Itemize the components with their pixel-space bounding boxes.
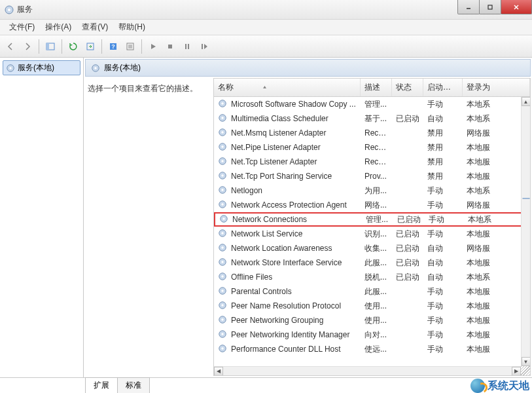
service-startup: 手动 [423,200,463,211]
service-startup: 禁用 [423,171,463,182]
service-startup: 手动 [423,286,463,297]
service-row[interactable]: Multimedia Class Scheduler基于...已启动自动本地系 [214,111,530,126]
service-row[interactable]: Peer Networking Grouping使用...手动本地服 [214,313,530,328]
svg-rect-16 [185,44,186,49]
column-header-startup[interactable]: 启动类型 [423,79,463,96]
column-header-description[interactable]: 描述 [361,79,392,96]
service-name: Network Store Interface Service [231,258,342,267]
window-title: 服务 [17,4,33,15]
service-logon: 本地服 [463,329,530,341]
svg-rect-18 [202,44,203,49]
vertical-scrollbar[interactable]: ▲ ▼ [521,97,530,366]
service-name: Network List Service [231,229,302,238]
service-logon: 本地服 [463,142,530,153]
service-row[interactable]: Network Store Interface Service此服...已启动自… [214,255,530,270]
tab-standard[interactable]: 标准 [117,377,150,393]
back-button[interactable] [3,39,18,54]
service-row[interactable]: Network Connections管理...已启动手动本地系 [214,212,530,227]
svg-rect-7 [46,43,49,50]
service-name: Peer Name Resolution Protocol [231,301,341,310]
menu-help[interactable]: 帮助(H) [113,20,151,35]
svg-point-38 [221,203,224,206]
svg-point-28 [221,131,224,134]
svg-point-40 [222,217,225,220]
service-description: 收集... [361,243,392,254]
service-row[interactable]: Net.Tcp Listener AdapterRece...禁用本地服 [214,155,530,169]
service-description: 网络... [361,200,392,211]
service-description: Rece... [361,128,392,138]
svg-text:?: ? [111,43,115,50]
pane-header: 服务(本地) [85,59,531,77]
minimize-button[interactable] [457,0,480,14]
service-startup: 手动 [425,214,464,225]
service-row[interactable]: Offline Files脱机...已启动自动本地系 [214,270,530,284]
gear-icon [218,315,227,326]
menu-file[interactable]: 文件(F) [4,20,40,35]
stop-service-button[interactable] [162,39,178,54]
service-startup: 手动 [423,301,463,312]
tree-node-label: 服务(本地) [18,62,54,73]
export-list-button[interactable] [82,39,98,54]
scroll-track[interactable] [522,106,530,357]
scroll-left-button[interactable]: ◀ [214,367,223,376]
services-list: 名称 描述 状态 启动类型 登录为 Microsoft Software Sha… [213,78,531,376]
service-row[interactable]: Network List Service识别...已启动手动本地服 [214,227,530,241]
service-row[interactable]: Parental Controls此服...手动本地服 [214,284,530,299]
service-description: 识别... [361,229,392,240]
service-startup: 禁用 [423,142,463,153]
service-row[interactable]: Net.Pipe Listener AdapterRece...禁用本地服 [214,140,530,155]
service-row[interactable]: Net.Tcp Port Sharing ServiceProv...禁用本地服 [214,169,530,183]
svg-point-54 [221,318,224,321]
tab-extended[interactable]: 扩展 [85,377,118,393]
service-status: 已启动 [392,243,423,254]
globe-icon [470,379,485,393]
resize-grip[interactable] [521,366,530,375]
service-logon: 本地系 [463,185,530,196]
refresh-button[interactable] [65,39,81,54]
column-header-name[interactable]: 名称 [214,79,361,96]
service-row[interactable]: Microsoft Software Shadow Copy ...管理...手… [214,97,530,111]
service-row[interactable]: Netlogon为用...手动本地系 [214,183,530,198]
gear-icon [218,243,227,254]
show-hide-tree-button[interactable] [43,39,58,54]
help-button[interactable]: ? [105,39,121,54]
service-logon: 本地系 [464,214,529,225]
service-row[interactable]: Peer Name Resolution Protocol使用...手动本地服 [214,299,530,313]
service-row[interactable]: Net.Msmq Listener AdapterRece...禁用网络服 [214,126,530,140]
start-service-button[interactable] [145,39,161,54]
service-startup: 禁用 [423,157,463,168]
service-row[interactable]: Performance Counter DLL Host使远...手动本地服 [214,342,530,356]
list-header: 名称 描述 状态 启动类型 登录为 [214,79,530,97]
scroll-thumb[interactable] [522,198,530,199]
scroll-up-button[interactable]: ▲ [522,97,531,106]
properties-button[interactable] [122,39,138,54]
menu-view[interactable]: 查看(V) [77,20,113,35]
service-description: Rece... [361,157,392,166]
restart-service-button[interactable] [196,39,212,54]
service-logon: 本地服 [463,157,530,168]
tree-node-services-local[interactable]: 服务(本地) [3,60,80,75]
horizontal-scrollbar[interactable]: ◀ ▶ [214,366,521,375]
list-body: Microsoft Software Shadow Copy ...管理...手… [214,97,530,375]
maximize-button[interactable] [479,0,501,14]
service-name: Netlogon [231,186,262,195]
service-startup: 手动 [423,344,463,355]
column-header-status[interactable]: 状态 [392,79,423,96]
service-logon: 本地服 [463,171,530,182]
close-button[interactable] [501,0,532,14]
service-description: 向对... [361,329,392,341]
menu-action[interactable]: 操作(A) [40,20,77,35]
service-row[interactable]: Network Access Protection Agent网络...手动网络… [214,198,530,212]
service-row[interactable]: Network Location Awareness收集...已启动自动网络服 [214,241,530,255]
pause-service-button[interactable] [179,39,195,54]
scroll-down-button[interactable]: ▼ [522,357,531,366]
tab-strip: 扩展 标准 [0,377,532,393]
column-header-logon[interactable]: 登录为 [463,79,530,96]
service-logon: 本地系 [463,99,530,110]
scroll-right-button[interactable]: ▶ [512,367,521,376]
toolbar-separator [39,39,39,54]
svg-point-56 [221,333,224,335]
service-row[interactable]: Peer Networking Identity Manager向对...手动本… [214,328,530,342]
content-row: 选择一个项目来查看它的描述。 名称 描述 状态 启动类型 登录为 Microso… [85,78,531,376]
forward-button[interactable] [20,39,35,54]
